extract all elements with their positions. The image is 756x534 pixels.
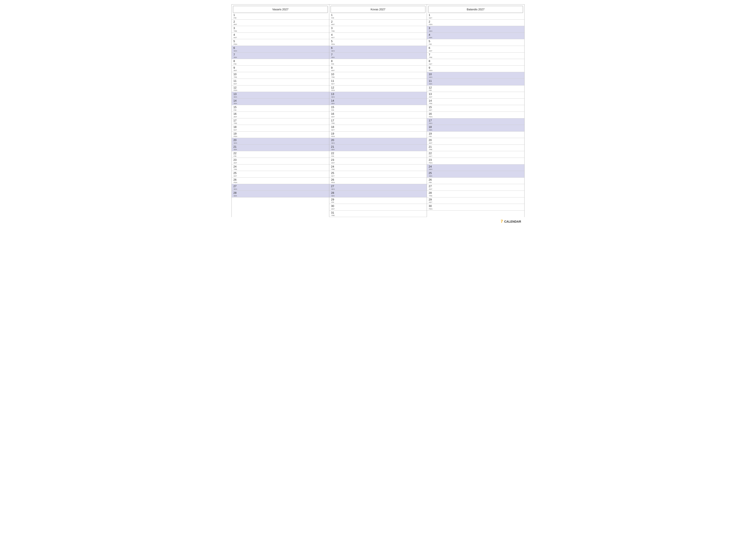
- day-name: SES: [331, 96, 335, 98]
- day-number: 1: [233, 13, 238, 17]
- day-info: 28TRE: [429, 191, 433, 197]
- day-info: 13SES: [233, 92, 238, 98]
- day-info: 6ANT: [429, 46, 433, 52]
- calendar-icon: 7: [500, 219, 503, 224]
- day-number: 5: [429, 39, 433, 43]
- day-row: 9ANT: [232, 66, 329, 72]
- day-name: PEN: [429, 208, 433, 210]
- day-number: 20: [233, 139, 238, 142]
- day-row: 23ANT: [232, 158, 329, 165]
- day-info: 23ANT: [233, 158, 238, 164]
- day-info: 31TRE: [331, 211, 335, 216]
- day-info: 20ANT: [429, 139, 433, 144]
- day-name: ANT: [331, 23, 335, 25]
- day-name: TRE: [331, 76, 335, 78]
- day-info: 29KET: [429, 198, 433, 203]
- day-row: 27SES: [329, 184, 427, 191]
- day-row: 26PEN: [232, 178, 329, 184]
- day-name: ANT: [233, 69, 238, 71]
- day-info: 22PIR: [331, 152, 335, 157]
- day-number: 26: [233, 178, 238, 182]
- day-name: SEK: [331, 56, 335, 58]
- day-number: 13: [331, 92, 335, 96]
- day-row: 16ANT: [329, 112, 427, 118]
- day-name: TRE: [429, 103, 433, 104]
- day-row: 17TRE: [232, 118, 329, 125]
- day-name: PIR: [331, 109, 335, 111]
- day-row: 2PEN: [427, 20, 524, 26]
- day-row: 22PIR: [232, 151, 329, 158]
- day-info: 13SES: [331, 92, 335, 98]
- day-number: 22: [233, 152, 238, 155]
- day-name: KET: [331, 175, 335, 177]
- day-info: 24SES: [429, 165, 433, 170]
- day-info: 1PIR: [233, 13, 238, 19]
- day-info: 13ANT: [429, 92, 433, 98]
- day-number: 7: [429, 53, 433, 56]
- day-info: 11KET: [233, 79, 238, 85]
- day-row: 18KET: [329, 125, 427, 132]
- day-info: 24TRE: [233, 165, 238, 170]
- day-number: 27: [429, 185, 433, 188]
- day-number: 15: [331, 106, 335, 109]
- day-name: ANT: [233, 162, 238, 164]
- day-info: 15KET: [429, 106, 433, 111]
- day-info: 2ANT: [233, 20, 238, 26]
- month-col-vasaris: Vasaris 20271PIR2ANT3TRE4KET5PEN6SES7SEK…: [232, 5, 329, 217]
- day-row: 3SES: [427, 26, 524, 33]
- day-row: 7TRE: [427, 53, 524, 59]
- day-number: 4: [331, 33, 335, 37]
- day-row: 6SES: [232, 46, 329, 53]
- day-row: 11KET: [329, 79, 427, 86]
- day-name: ANT: [331, 208, 335, 210]
- day-info: 24TRE: [331, 165, 335, 170]
- day-info: 4SEK: [429, 33, 433, 39]
- calendar-label: CALENDAR: [504, 220, 521, 223]
- day-name: SEK: [429, 175, 433, 177]
- day-row: 8PIR: [232, 59, 329, 66]
- day-name: ANT: [233, 23, 238, 25]
- day-row: 7SEK: [232, 53, 329, 59]
- day-row: 25KET: [232, 171, 329, 178]
- day-row: 11KET: [232, 79, 329, 86]
- day-info: 17TRE: [233, 119, 238, 124]
- day-name: PIR: [331, 17, 335, 19]
- day-name: PIR: [331, 201, 335, 203]
- day-row: 28SEK: [232, 191, 329, 197]
- day-name: KET: [429, 155, 433, 157]
- day-info: 7TRE: [429, 53, 433, 59]
- day-name: PEN: [331, 136, 335, 138]
- day-row: 28TRE: [427, 191, 524, 197]
- day-info: 16ANT: [233, 112, 238, 118]
- month-header-kovas: Kovas 2027: [331, 6, 425, 13]
- day-row: 14SEK: [232, 99, 329, 105]
- day-number: 21: [429, 145, 433, 149]
- day-number: 10: [429, 73, 433, 76]
- day-info: 16ANT: [331, 112, 335, 118]
- day-info: 15PIR: [331, 106, 335, 111]
- day-number: 5: [233, 39, 238, 43]
- day-row: 18KET: [232, 125, 329, 132]
- day-name: SES: [233, 188, 238, 190]
- day-number: 22: [331, 152, 335, 155]
- day-name: TRE: [331, 122, 335, 124]
- day-number: 18: [331, 125, 335, 129]
- day-number: 12: [233, 86, 238, 89]
- day-number: 5: [331, 39, 335, 43]
- day-name: ANT: [429, 142, 433, 144]
- day-name: SEK: [331, 195, 335, 197]
- day-info: 22KET: [429, 152, 433, 157]
- day-name: PEN: [233, 136, 238, 138]
- day-name: PEN: [429, 162, 433, 164]
- day-row: 8KET: [427, 59, 524, 66]
- day-number: 9: [429, 66, 433, 69]
- day-row: 6ANT: [427, 46, 524, 53]
- calendar-footer: 7 CALENDAR: [231, 217, 525, 226]
- day-info: 7SEK: [331, 53, 335, 59]
- day-info: 27ANT: [429, 185, 433, 190]
- day-number: 23: [429, 158, 433, 162]
- day-info: 26PEN: [233, 178, 238, 184]
- day-name: ANT: [429, 50, 433, 52]
- day-number: 15: [233, 106, 238, 109]
- day-name: TRE: [233, 76, 238, 78]
